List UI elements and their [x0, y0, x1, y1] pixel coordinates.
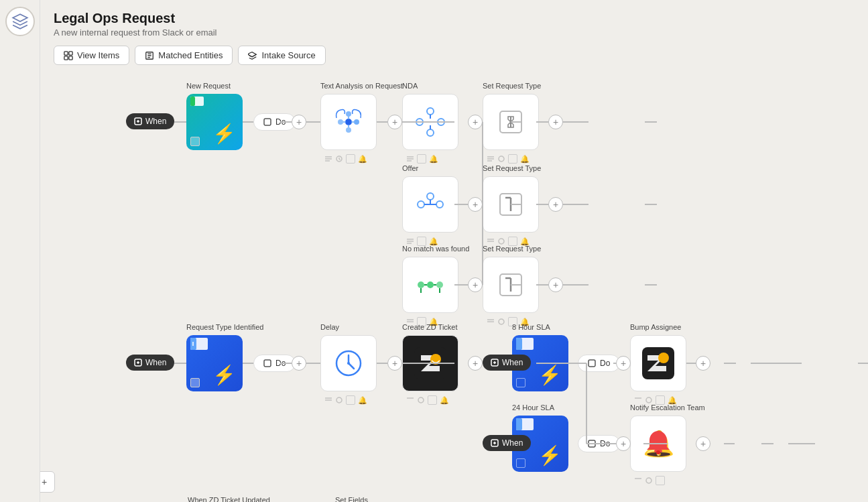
new-request-node[interactable]: ⚡	[186, 94, 243, 150]
svg-rect-2	[64, 56, 68, 59]
offer-wrapper: Offer 🔔	[402, 176, 458, 233]
plus-button-12[interactable]: +	[616, 356, 631, 371]
when-trigger-4[interactable]: When	[483, 435, 531, 451]
plus-button-8[interactable]: +	[548, 277, 563, 292]
text-analysis-node[interactable]	[320, 94, 377, 150]
plus-button-11[interactable]: +	[468, 356, 483, 371]
svg-rect-139	[516, 418, 522, 430]
do-pill-1[interactable]: Do	[253, 113, 296, 131]
do-pill-4[interactable]: Do	[578, 435, 620, 452]
svg-point-96	[436, 281, 443, 288]
nda-node[interactable]	[402, 94, 458, 150]
plus-button-4[interactable]: +	[548, 115, 563, 129]
when-trigger-2[interactable]: When	[126, 355, 174, 371]
bump-assignee-wrapper: Bump Assignee 🔔	[630, 335, 686, 391]
matched-entities-button[interactable]: Matched Entities	[135, 46, 233, 65]
svg-point-81	[436, 201, 443, 208]
svg-point-93	[499, 239, 504, 244]
svg-point-142	[656, 450, 660, 454]
request-type-identified-wrapper: Request Type Identified ⚡	[186, 335, 243, 391]
svg-point-79	[499, 156, 504, 162]
text-analysis-label: Text Analysis on Request	[320, 82, 403, 90]
delay-wrapper: Delay 🔔	[320, 335, 377, 391]
svg-point-82	[427, 193, 434, 200]
header-buttons: View Items Matched Entities Intake Sourc…	[54, 46, 855, 65]
notify-escalation-wrapper: Notify Escalation Team 🔔	[630, 416, 686, 472]
svg-point-53	[346, 127, 351, 133]
svg-point-66	[427, 129, 434, 136]
create-zd-ticket-node[interactable]	[402, 335, 458, 391]
set-request-type-2-wrapper: Set Request Type 🔔	[483, 176, 539, 233]
when-trigger-3[interactable]: When	[483, 355, 531, 371]
sidebar	[0, 0, 40, 502]
set-request-type-1-node[interactable]	[483, 94, 539, 150]
svg-rect-113	[264, 360, 271, 367]
set-request-type-2-node[interactable]	[483, 176, 539, 233]
svg-point-51	[346, 111, 351, 117]
nda-label: NDA	[402, 82, 418, 90]
delay-node[interactable]	[320, 335, 377, 391]
svg-point-108	[499, 319, 504, 324]
when-trigger-1[interactable]: When	[126, 113, 174, 129]
svg-point-94	[418, 281, 424, 288]
create-zd-ticket-controls: 🔔	[406, 395, 449, 405]
set-request-type-3-label: Set Request Type	[483, 245, 541, 253]
svg-rect-3	[69, 56, 72, 59]
request-type-identified-node[interactable]: ⚡	[186, 335, 243, 391]
notify-escalation-node[interactable]: 🔔	[630, 416, 686, 472]
do-pill-3[interactable]: Do	[578, 355, 620, 372]
plus-button-9[interactable]: +	[292, 356, 306, 371]
offer-label: Offer	[402, 164, 418, 172]
svg-point-63	[416, 119, 423, 125]
plus-button-14[interactable]: +	[616, 436, 631, 451]
notify-escalation-controls	[634, 476, 665, 485]
intake-source-button[interactable]: Intake Source	[238, 46, 325, 65]
svg-rect-48	[190, 97, 195, 106]
plus-button-13[interactable]: +	[696, 356, 710, 371]
request-type-identified-label: Request Type Identified	[186, 323, 263, 331]
no-match-label: No match was found	[402, 245, 469, 253]
notify-escalation-label: Notify Escalation Team	[630, 403, 705, 412]
plus-button-2[interactable]: +	[387, 115, 402, 129]
no-match-wrapper: No match was found 🔔	[402, 257, 458, 313]
view-items-button[interactable]: View Items	[54, 46, 129, 65]
svg-point-50	[338, 119, 343, 125]
workflow-canvas: When New Request ⚡ Do	[80, 74, 868, 502]
plus-button-3[interactable]: +	[468, 115, 483, 129]
bump-assignee-node[interactable]	[630, 335, 686, 391]
no-match-node[interactable]	[402, 257, 458, 313]
svg-point-64	[427, 108, 434, 115]
plus-button-5[interactable]: +	[468, 197, 483, 212]
offer-node[interactable]	[402, 176, 458, 233]
svg-point-80	[418, 201, 424, 208]
plus-button-1[interactable]: +	[292, 115, 306, 129]
plus-button-7[interactable]: +	[468, 277, 483, 292]
main-content: Legal Ops Request A new internal request…	[40, 0, 868, 502]
app-logo	[5, 7, 35, 36]
new-request-wrapper: New Request ⚡	[186, 94, 243, 150]
svg-point-134	[658, 353, 669, 363]
delay-controls: 🔔	[324, 395, 367, 405]
24hr-sla-label: 24 Hour SLA	[512, 403, 554, 412]
header: Legal Ops Request A new internal request…	[40, 0, 868, 72]
page-subtitle: A new internal request from Slack or ema…	[54, 27, 855, 38]
svg-rect-130	[516, 338, 522, 350]
svg-point-120	[336, 397, 342, 403]
plus-button-15[interactable]: +	[696, 436, 710, 451]
nda-wrapper: NDA 🔔	[402, 94, 458, 150]
svg-point-95	[427, 281, 434, 288]
plus-button-10[interactable]: +	[387, 356, 402, 371]
do-pill-2[interactable]: Do	[253, 355, 296, 372]
plus-button-6[interactable]: +	[548, 197, 563, 212]
bump-assignee-label: Bump Assignee	[630, 323, 681, 331]
create-zd-ticket-label: Create ZD Ticket	[402, 323, 458, 331]
set-request-type-1-controls: 🔔	[487, 154, 530, 164]
8hr-sla-label: 8 Hour SLA	[512, 323, 550, 331]
svg-rect-49	[264, 119, 271, 125]
bottom-label-1: When ZD Ticket Updated	[188, 496, 270, 502]
svg-point-117	[347, 362, 350, 365]
svg-rect-131	[588, 360, 595, 367]
svg-point-127	[418, 397, 424, 403]
set-request-type-3-node[interactable]	[483, 257, 539, 313]
set-request-type-1-label: Set Request Type	[483, 82, 541, 90]
